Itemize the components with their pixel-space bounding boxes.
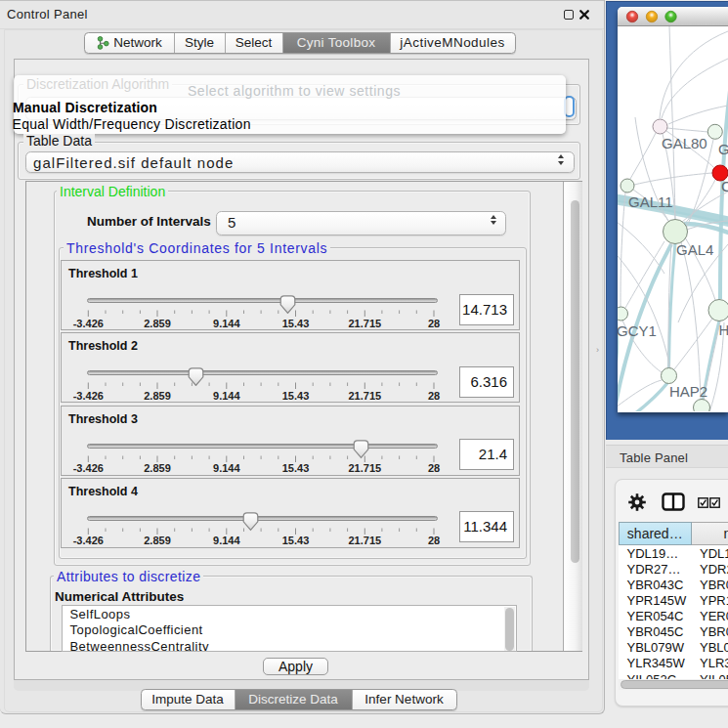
svg-text:HAP2: HAP2 [669,383,707,400]
svg-text:HIS4: HIS4 [719,321,728,338]
svg-text:GAL4: GAL4 [676,241,713,258]
svg-text:GAL11: GAL11 [628,193,673,210]
svg-text:GAL80: GAL80 [662,135,707,151]
svg-text:GAL3: GAL3 [718,141,728,157]
svg-text:CYC8: CYC8 [721,178,728,194]
svg-text:GCY1: GCY1 [618,322,657,339]
